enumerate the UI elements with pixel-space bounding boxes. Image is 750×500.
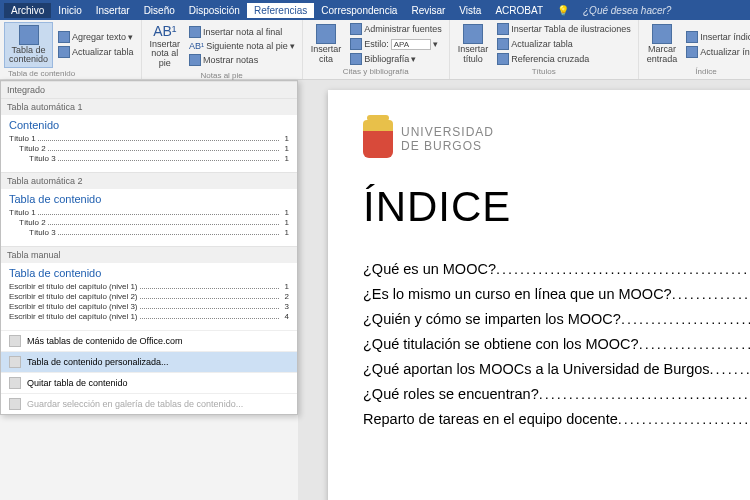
biblio-icon	[350, 53, 362, 65]
toc-preview-line: Título 11	[9, 208, 289, 217]
university-logo: UNIVERSIDADDE BURGOS	[363, 120, 750, 158]
toc-preview-line: Título 31	[9, 154, 289, 163]
gallery-custom-toc[interactable]: Tabla de contenido personalizada...	[1, 351, 297, 372]
tell-me-search[interactable]: ¿Qué desea hacer?	[576, 3, 678, 18]
lightbulb-icon: 💡	[550, 3, 576, 18]
caption-icon	[463, 24, 483, 44]
toc-preview-line: Título 21	[9, 218, 289, 227]
toc-preview-line: Título 21	[9, 144, 289, 153]
gallery-manual-preview[interactable]: Tabla de contenido Escribir el título de…	[1, 263, 297, 330]
group-label: Tabla de contenido	[4, 68, 137, 79]
index-entry: ¿Qué aportan los MOOCs a la Universidad …	[363, 361, 750, 377]
menu-design[interactable]: Diseño	[137, 3, 182, 18]
toc-icon	[19, 25, 39, 45]
gallery-auto2-header: Tabla automática 2	[1, 172, 297, 189]
mark-entry-button[interactable]: Marcar entrada	[643, 22, 682, 66]
ribbon-group-citations: Insertar cita Administrar fuentes Estilo…	[303, 20, 450, 79]
toc-preview-line: Título 31	[9, 228, 289, 237]
update-toc-button[interactable]: Actualizar tabla	[55, 45, 137, 59]
gallery-manual-header: Tabla manual	[1, 246, 297, 263]
toc-preview-line: Escribir el título del capítulo (nivel 3…	[9, 302, 289, 311]
gallery-auto2-preview[interactable]: Tabla de contenido Título 11Título 21Tít…	[1, 189, 297, 246]
gallery-save-selection: Guardar selección en galería de tablas d…	[1, 393, 297, 414]
ribbon-group-toc: Tabla de contenido Agregar texto ▾ Actua…	[0, 20, 142, 79]
toc-preview-line: Escribir el título del capítulo (nivel 2…	[9, 292, 289, 301]
doc-title: ÍNDICE	[363, 183, 750, 231]
office-icon	[9, 335, 21, 347]
gallery-section-builtin: Integrado	[1, 81, 297, 98]
show-notes-icon	[189, 54, 201, 66]
index-entry: ¿Qué titulación se obtiene con los MOOC?…	[363, 336, 750, 352]
insert-caption-button[interactable]: Insertar título	[454, 22, 493, 66]
add-text-icon	[58, 31, 70, 43]
tof-icon	[497, 23, 509, 35]
menu-review[interactable]: Revisar	[404, 3, 452, 18]
menu-home[interactable]: Inicio	[51, 3, 88, 18]
next-footnote-button[interactable]: AB¹Siguiente nota al pie ▾	[186, 40, 298, 52]
toc-preview-line: Título 11	[9, 134, 289, 143]
document-page[interactable]: UNIVERSIDADDE BURGOS ÍNDICE ¿Qué es un M…	[328, 90, 750, 500]
ab-icon: AB¹	[153, 24, 176, 39]
sources-icon	[350, 23, 362, 35]
menu-layout[interactable]: Disposición	[182, 3, 247, 18]
endnote-icon	[189, 26, 201, 38]
ribbon-group-index: Marcar entrada Insertar índice Actualiza…	[639, 20, 750, 79]
gallery-more-office[interactable]: Más tablas de contenido de Office.com	[1, 330, 297, 351]
save-icon	[9, 398, 21, 410]
menu-references[interactable]: Referencias	[247, 3, 314, 18]
insert-footnote-button[interactable]: AB¹Insertar nota al pie	[146, 22, 185, 70]
update-icon	[497, 38, 509, 50]
update-icon	[58, 46, 70, 58]
index-entry: ¿Es lo mismo un curso en línea que un MO…	[363, 286, 750, 302]
menu-file[interactable]: Archivo	[4, 3, 51, 18]
ribbon-group-footnotes: AB¹Insertar nota al pie Insertar nota al…	[142, 20, 303, 79]
citation-style-select[interactable]: Estilo: APA ▾	[347, 37, 445, 51]
mark-entry-icon	[652, 24, 672, 44]
ribbon-group-captions: Insertar título Insertar Tabla de ilustr…	[450, 20, 639, 79]
remove-icon	[9, 377, 21, 389]
index-entry: ¿Quién y cómo se imparten los MOOC? ....…	[363, 311, 750, 327]
style-icon	[350, 38, 362, 50]
gallery-auto1-header: Tabla automática 1	[1, 98, 297, 115]
group-label: Títulos	[454, 66, 634, 77]
toc-gallery-dropdown: Integrado Tabla automática 1 Contenido T…	[0, 80, 298, 415]
toc-button[interactable]: Tabla de contenido	[4, 22, 53, 68]
group-label: Índice	[643, 66, 750, 77]
gallery-remove-toc[interactable]: Quitar tabla de contenido	[1, 372, 297, 393]
add-text-button[interactable]: Agregar texto ▾	[55, 30, 137, 44]
menu-mailings[interactable]: Correspondencia	[314, 3, 404, 18]
document-canvas[interactable]: UNIVERSIDADDE BURGOS ÍNDICE ¿Qué es un M…	[298, 80, 750, 500]
cross-ref-button[interactable]: Referencia cruzada	[494, 52, 633, 66]
index-entry: Reparto de tareas en el equipo docente..…	[363, 411, 750, 427]
menu-view[interactable]: Vista	[452, 3, 488, 18]
update-icon	[686, 46, 698, 58]
insert-endnote-button[interactable]: Insertar nota al final	[186, 25, 298, 39]
show-notes-button[interactable]: Mostrar notas	[186, 53, 298, 67]
crest-icon	[363, 120, 393, 158]
custom-icon	[9, 356, 21, 368]
toc-preview-line: Escribir el título del capítulo (nivel 1…	[9, 282, 289, 291]
crossref-icon	[497, 53, 509, 65]
gallery-auto1-preview[interactable]: Contenido Título 11Título 21Título 31	[1, 115, 297, 172]
group-label: Citas y bibliografía	[307, 66, 445, 77]
insert-tof-button[interactable]: Insertar Tabla de ilustraciones	[494, 22, 633, 36]
index-entry: ¿Qué roles se encuentran?...............…	[363, 386, 750, 402]
update-tof-button[interactable]: Actualizar tabla	[494, 37, 633, 51]
insert-citation-button[interactable]: Insertar cita	[307, 22, 346, 66]
menu-acrobat[interactable]: ACROBAT	[488, 3, 550, 18]
ribbon: Tabla de contenido Agregar texto ▾ Actua…	[0, 20, 750, 80]
index-icon	[686, 31, 698, 43]
citation-icon	[316, 24, 336, 44]
insert-index-button[interactable]: Insertar índice	[683, 30, 750, 44]
update-index-button[interactable]: Actualizar índice	[683, 45, 750, 59]
index-entry: ¿Qué es un MOOC? .......................…	[363, 261, 750, 277]
menu-bar: Archivo Inicio Insertar Diseño Disposici…	[0, 0, 750, 20]
toc-preview-line: Escribir el título del capítulo (nivel 1…	[9, 312, 289, 321]
manage-sources-button[interactable]: Administrar fuentes	[347, 22, 445, 36]
menu-insert[interactable]: Insertar	[89, 3, 137, 18]
bibliography-button[interactable]: Bibliografía ▾	[347, 52, 445, 66]
